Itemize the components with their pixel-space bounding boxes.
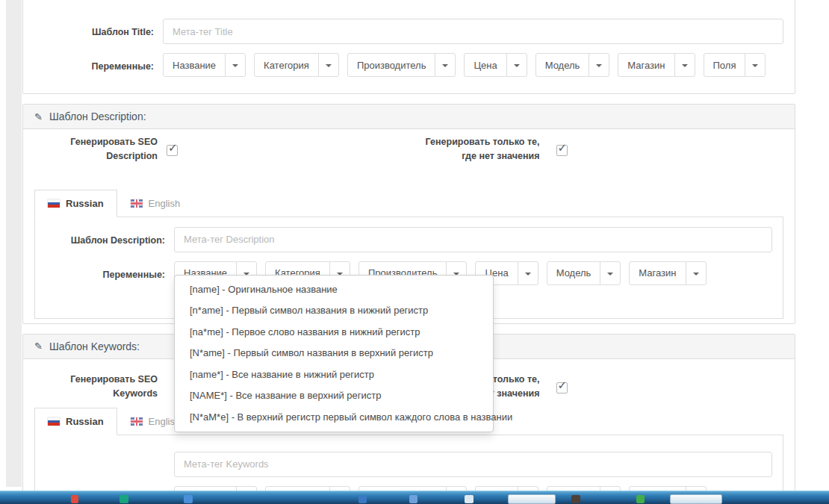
caret-down-icon [682,64,688,67]
variable-button[interactable]: Магазин [618,53,674,77]
variable-button[interactable]: Магазин [629,261,686,285]
caret-down-icon [232,64,238,67]
keywords-panel-title: Шаблон Keywords: [49,340,140,352]
caret-down-icon [442,64,448,67]
variable-button[interactable]: Производитель [347,53,436,77]
pencil-icon: ✎ [34,111,43,122]
tab-russian[interactable]: Russian [34,408,117,435]
taskbar-icon[interactable] [119,495,128,503]
keywords-template-input[interactable] [174,452,772,477]
variable-button-group: Название [163,53,246,77]
name-variable-dropdown-menu: [name] - Оригинальное название [n*ame] -… [174,275,494,432]
caret-down-icon [596,64,602,67]
caret-down-icon [514,64,520,67]
taskbar-icon[interactable] [71,495,78,503]
variable-dropdown-toggle[interactable] [674,53,695,77]
variable-button-group: Модель [547,261,621,285]
title-variables-row: Название Категория Производитель [163,53,783,77]
variable-button-group: Магазин [629,261,706,285]
variable-dropdown-toggle[interactable] [745,53,766,77]
dropdown-item[interactable]: [N*ame] - Первый символ названия в верхн… [175,343,493,364]
variable-dropdown-toggle[interactable] [600,261,621,285]
title-variables-label: Переменные: [34,53,154,77]
variable-dropdown-toggle[interactable] [318,53,339,77]
variable-button[interactable]: Поля [704,53,746,77]
uk-flag-icon [131,417,143,426]
generate-seo-description-label: Генерировать SEO Description [34,135,158,164]
variable-button[interactable]: Модель [547,261,601,285]
variable-button[interactable]: Модель [535,53,590,77]
taskbar-window-button[interactable] [508,494,556,504]
variable-dropdown-toggle[interactable] [518,261,538,285]
variable-button[interactable]: Цена [464,53,506,77]
description-variables-label: Переменные: [46,261,165,309]
variable-dropdown-toggle[interactable] [686,261,707,285]
pencil-icon: ✎ [34,340,43,352]
title-template-label: Шаблон Title: [34,19,154,44]
checkmark-icon: ✓ [558,141,568,155]
variable-button[interactable]: Название [163,53,226,77]
description-language-tabs: Russian English [34,190,783,217]
dropdown-item[interactable]: [N*aM*e] - В верхний регистр первый симв… [175,407,493,428]
taskbar-icon[interactable] [184,495,193,503]
title-template-input[interactable] [163,19,783,44]
description-panel-heading: ✎ Шаблон Description: [23,105,795,129]
variable-button-group: Модель [535,53,610,77]
variable-button[interactable]: Категория [254,53,319,77]
dropdown-item[interactable]: [NAME*] - Все название в верхний регистр [175,385,493,406]
checkmark-icon: ✓ [168,141,178,155]
caret-down-icon [607,273,613,276]
dropdown-item[interactable]: [name] - Оригинальное название [175,279,493,300]
page-left-gutter [6,0,22,487]
variable-button-group: Категория [254,53,339,77]
taskbar-icon[interactable] [636,495,645,503]
variable-button-group: Производитель [347,53,456,77]
caret-down-icon [693,273,699,276]
tab-english[interactable]: English [117,190,194,217]
generate-seo-description-checkbox[interactable]: ✓ [167,145,178,156]
variable-button-group: Цена [464,53,527,77]
caret-down-icon [326,64,332,67]
variable-dropdown-toggle[interactable] [506,53,527,77]
description-panel-title: Шаблон Description: [49,111,146,122]
description-template-input[interactable] [174,227,772,252]
variable-button-group: Поля [704,53,766,77]
variable-dropdown-toggle[interactable] [225,53,246,77]
checkmark-icon: ✓ [558,379,568,392]
windows-taskbar [0,491,829,504]
generate-seo-keywords-label: Генерировать SEO Keywords [34,373,158,402]
generate-only-empty-description-checkbox[interactable]: ✓ [556,145,568,156]
caret-down-icon [525,273,531,276]
generate-only-empty-description-label: Генерировать только те, где нет значения [409,135,540,164]
generate-only-empty-keywords-checkbox[interactable]: ✓ [556,382,568,393]
taskbar-icon[interactable] [571,495,580,503]
description-template-label: Шаблон Description: [46,227,165,252]
keywords-template-label-spacer [46,452,165,477]
tab-russian[interactable]: Russian [34,190,117,217]
caret-down-icon [752,64,758,67]
variable-dropdown-toggle[interactable] [435,53,456,77]
dropdown-item[interactable]: [name*] - Все название в нижний регистр [175,364,493,385]
variable-button-group: Магазин [618,53,695,77]
taskbar-icon[interactable] [409,495,417,503]
taskbar-icon[interactable] [358,495,367,503]
russia-flag-icon [48,417,60,426]
russia-flag-icon [48,199,60,208]
dropdown-item[interactable]: [na*me] - Первое слово названия в нижний… [175,322,493,343]
variable-dropdown-toggle[interactable] [589,53,609,77]
title-template-panel: Шаблон Title: Переменные: Название [22,0,795,94]
uk-flag-icon [131,199,143,208]
taskbar-icon[interactable] [465,495,474,503]
taskbar-window-button[interactable] [670,494,722,504]
dropdown-item[interactable]: [n*ame] - Первый символ названия в нижни… [175,300,493,321]
